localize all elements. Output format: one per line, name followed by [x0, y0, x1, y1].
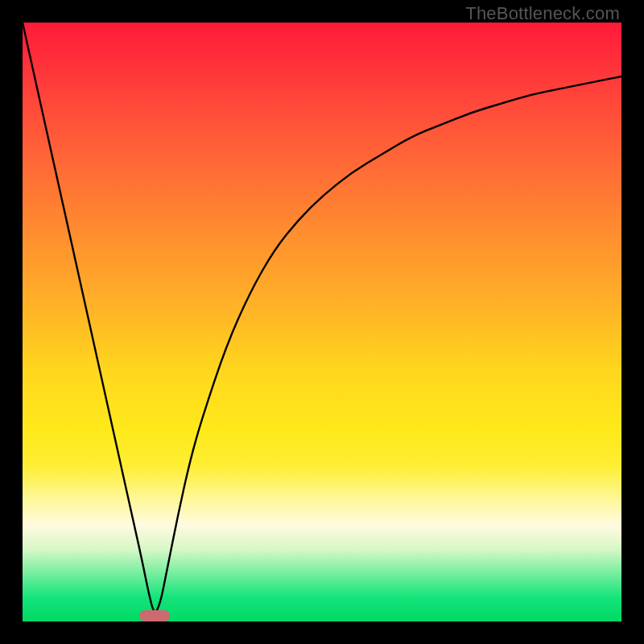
chart-frame: TheBottleneck.com [0, 0, 644, 644]
plot-area [23, 23, 621, 621]
watermark-label: TheBottleneck.com [465, 3, 620, 24]
bottleneck-curve [23, 23, 621, 621]
balanced-point-marker [139, 610, 170, 621]
